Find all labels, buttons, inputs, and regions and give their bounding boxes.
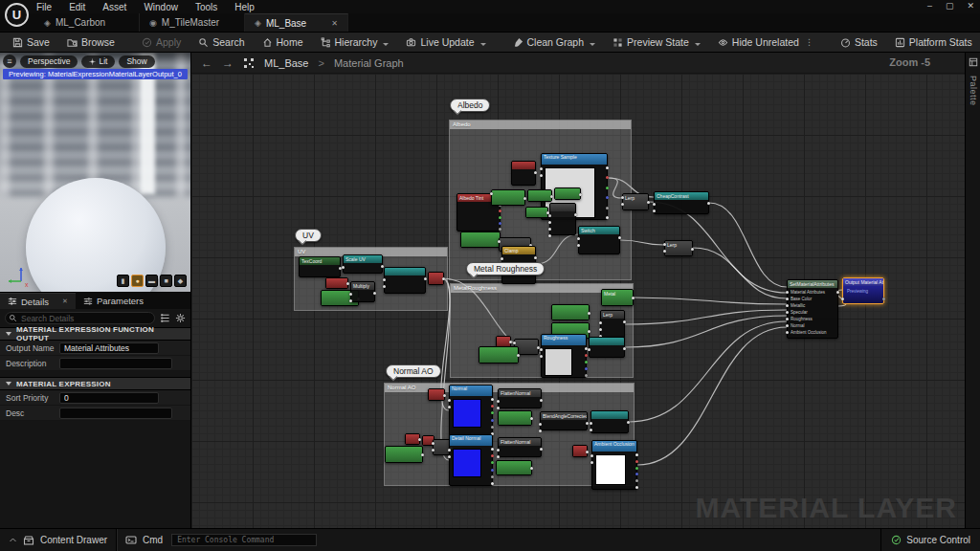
input-pin[interactable] xyxy=(383,278,386,281)
graph-node-roughness[interactable]: Roughness xyxy=(541,334,587,378)
graph-node-ambient-occlusion[interactable]: Ambient Occlusion xyxy=(591,440,637,490)
close-icon[interactable]: ✕ xyxy=(967,1,974,11)
tab-ml-carbon[interactable]: ◈ ML_Carbon xyxy=(34,13,140,32)
graph-node-red[interactable] xyxy=(511,161,536,186)
apply-button[interactable]: Apply xyxy=(135,33,188,52)
input-pin[interactable] xyxy=(548,221,551,224)
input-pin[interactable] xyxy=(786,298,789,300)
graph-node-setmaterialattributes[interactable]: SetMaterialAttributesMaterial Attributes… xyxy=(787,279,838,339)
breadcrumb-page[interactable]: Material Graph xyxy=(334,57,404,69)
output-pin[interactable] xyxy=(491,448,494,451)
show-menu-button[interactable]: Show xyxy=(119,55,154,68)
kebab-menu-icon[interactable]: ⋮ xyxy=(805,37,813,47)
sort-priority-field[interactable] xyxy=(59,392,159,404)
input-pin[interactable] xyxy=(786,331,789,334)
tab-ml-base[interactable]: ◈ ML_Base ✕ xyxy=(245,13,348,32)
output-pin[interactable] xyxy=(579,193,582,196)
input-pin[interactable] xyxy=(540,167,543,170)
unreal-logo-icon[interactable]: U xyxy=(5,3,29,27)
output-pin[interactable] xyxy=(606,207,609,209)
output-pin[interactable] xyxy=(635,479,638,482)
input-pin[interactable] xyxy=(540,174,543,177)
graph-node-green[interactable] xyxy=(498,410,532,426)
output-pin[interactable] xyxy=(491,419,494,422)
graph-node-red[interactable] xyxy=(325,277,348,289)
output-pin[interactable] xyxy=(707,202,710,205)
menu-help[interactable]: Help xyxy=(234,2,255,12)
output-pin[interactable] xyxy=(346,282,349,285)
cmd-button[interactable]: Cmd xyxy=(117,529,171,551)
output-pin[interactable] xyxy=(882,298,885,300)
output-pin[interactable] xyxy=(623,347,626,350)
output-pin[interactable] xyxy=(627,421,630,424)
source-control-button[interactable]: Source Control xyxy=(880,529,980,551)
preview-viewport[interactable]: ≡ Perspective Lit Show Previewing: Mater… xyxy=(0,53,191,292)
graph-node-lerp[interactable]: Lerp xyxy=(600,310,625,339)
input-pin[interactable] xyxy=(590,454,593,457)
input-pin[interactable] xyxy=(786,311,789,314)
input-pin[interactable] xyxy=(786,318,789,320)
input-pin[interactable] xyxy=(577,237,580,240)
graph-node-flattennormal[interactable]: FlattenNormal xyxy=(498,388,542,408)
output-pin[interactable] xyxy=(585,367,588,370)
save-button[interactable]: Save xyxy=(6,33,56,52)
tab-parameters[interactable]: Parameters xyxy=(76,293,151,309)
output-pin[interactable] xyxy=(623,320,626,323)
input-pin[interactable] xyxy=(590,422,592,425)
output-pin[interactable] xyxy=(530,417,533,420)
graph-node-switch[interactable]: Switch xyxy=(578,226,620,254)
input-pin[interactable] xyxy=(663,243,666,246)
output-pin[interactable] xyxy=(517,354,520,357)
input-pin[interactable] xyxy=(590,429,592,431)
input-pin[interactable] xyxy=(786,324,789,327)
tab-m-tilemaster[interactable]: ◉ M_TileMaster xyxy=(140,13,245,32)
graph-node-red[interactable] xyxy=(572,445,588,457)
output-pin[interactable] xyxy=(585,374,588,377)
section-material-expression-function-output[interactable]: MATERIAL EXPRESSION FUNCTION OUTPUT xyxy=(0,327,190,341)
output-pin[interactable] xyxy=(585,354,588,357)
input-pin[interactable] xyxy=(599,321,602,324)
output-pin[interactable] xyxy=(534,256,537,259)
menu-edit[interactable]: Edit xyxy=(69,2,85,12)
output-pin[interactable] xyxy=(585,361,588,364)
viewport-menu-icon[interactable]: ≡ xyxy=(3,55,16,68)
input-pin[interactable] xyxy=(497,449,500,452)
palette-icon[interactable] xyxy=(969,57,978,67)
graph-node-lerp[interactable]: Lerp xyxy=(664,240,693,256)
output-pin[interactable] xyxy=(588,330,590,333)
output-pin[interactable] xyxy=(491,475,494,478)
graph-node-teal[interactable] xyxy=(384,267,426,294)
search-details-input[interactable] xyxy=(5,312,155,324)
input-pin[interactable] xyxy=(786,304,789,307)
graph-node-scale-uv[interactable]: Scale UV xyxy=(343,254,383,274)
stats-button[interactable]: Stats xyxy=(834,33,884,52)
input-pin[interactable] xyxy=(548,234,551,237)
output-pin[interactable] xyxy=(635,453,638,456)
output-pin[interactable] xyxy=(550,195,553,198)
input-pin[interactable] xyxy=(548,228,551,231)
graph-node-green[interactable] xyxy=(460,231,501,248)
hierarchy-button[interactable]: Hierarchy xyxy=(314,33,396,52)
graph-node-green[interactable] xyxy=(525,207,548,218)
comment-bubble-albedo[interactable]: Albedo xyxy=(450,99,490,112)
home-button[interactable]: Home xyxy=(256,33,310,52)
output-pin[interactable] xyxy=(491,398,494,401)
shape-sphere-button[interactable]: ● xyxy=(131,275,144,287)
live-update-button[interactable]: Live Update xyxy=(399,33,492,52)
output-pin[interactable] xyxy=(635,467,638,470)
output-pin[interactable] xyxy=(499,222,501,225)
tab-details[interactable]: Details ✕ xyxy=(0,293,76,309)
input-pin[interactable] xyxy=(548,214,551,217)
comment-bubble-uv[interactable]: UV xyxy=(295,229,322,242)
platform-stats-button[interactable]: Platform Stats xyxy=(888,33,979,52)
output-pin[interactable] xyxy=(606,216,609,219)
input-pin[interactable] xyxy=(786,291,789,294)
input-pin[interactable] xyxy=(621,196,624,199)
output-pin[interactable] xyxy=(540,399,543,402)
input-pin[interactable] xyxy=(497,407,500,409)
input-pin[interactable] xyxy=(501,257,503,260)
gear-icon[interactable] xyxy=(175,313,186,323)
shape-plane-button[interactable]: ▬ xyxy=(145,275,158,287)
back-arrow-icon[interactable]: ← xyxy=(201,56,212,70)
shape-custom-mesh-button[interactable]: ◆ xyxy=(174,275,187,287)
